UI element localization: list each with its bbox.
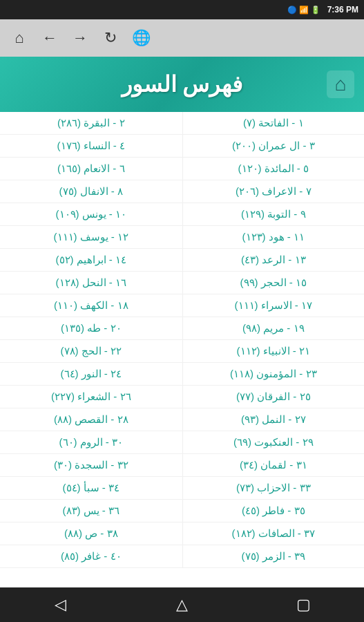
surah-item[interactable]: ١٢ - يوسف (١١١) bbox=[0, 226, 182, 249]
surah-grid: ١ - الفاتحة (٧)٢ - البقرة (٢٨٦)٣ - ال عم… bbox=[0, 112, 364, 568]
surah-item[interactable]: ٣٠ - الروم (٦٠) bbox=[0, 431, 182, 454]
surah-item[interactable]: ٥ - المائدة (١٢٠) bbox=[182, 158, 365, 180]
surah-item[interactable]: ٣٩ - الزمر (٧٥) bbox=[182, 545, 365, 568]
back-nav-button[interactable]: ← bbox=[37, 26, 62, 50]
bottom-nav: ◁ △ ▢ bbox=[0, 587, 364, 622]
surah-item[interactable]: ١٥ - الحجر (٩٩) bbox=[182, 272, 365, 294]
surah-item[interactable]: ٢٠ - طه (١٣٥) bbox=[0, 317, 182, 340]
surah-item[interactable]: ١٧ - الاسراء (١١١) bbox=[182, 294, 365, 317]
surah-item[interactable]: ١٤ - ابراهيم (٥٢) bbox=[0, 249, 182, 272]
surah-item[interactable]: ٣٨ - ص (٨٨) bbox=[0, 522, 182, 545]
notification-icons: 🔵 📶 🔋 bbox=[287, 6, 320, 15]
surah-item[interactable]: ٢٩ - العنكبوت (٦٩) bbox=[182, 431, 365, 454]
surah-item[interactable]: ٤ - النساء (١٧٦) bbox=[0, 135, 182, 158]
page-title: فهرس السور bbox=[122, 71, 243, 97]
back-button[interactable]: ◁ bbox=[40, 591, 82, 619]
surah-item[interactable]: ١ - الفاتحة (٧) bbox=[182, 112, 365, 135]
surah-item[interactable]: ٣٧ - الصافات (١٨٢) bbox=[182, 522, 365, 545]
surah-item[interactable]: ٦ - الانعام (١٦٥) bbox=[0, 158, 182, 180]
surah-item[interactable]: ٢٣ - المؤمنون (١١٨) bbox=[182, 363, 365, 386]
refresh-nav-button[interactable]: ↻ bbox=[98, 26, 123, 50]
surah-item[interactable]: ٢٢ - الحج (٧٨) bbox=[0, 340, 182, 363]
surah-item[interactable]: ٢٤ - النور (٦٤) bbox=[0, 363, 182, 386]
surah-item[interactable]: ٢٥ - الفرقان (٧٧) bbox=[182, 386, 365, 408]
status-time: 7:36 PM bbox=[327, 5, 358, 15]
header-banner: فهرس السور ⌂ bbox=[0, 57, 364, 112]
surah-item[interactable]: ٢٨ - القصص (٨٨) bbox=[0, 408, 182, 431]
surah-item[interactable]: ٣ - ال عمران (٢٠٠) bbox=[182, 135, 365, 158]
surah-item[interactable]: ٢٦ - الشعراء (٢٢٧) bbox=[0, 386, 182, 408]
surah-item[interactable]: ١١ - هود (١٢٣) bbox=[182, 226, 365, 249]
surah-item[interactable]: ٣١ - لقمان (٣٤) bbox=[182, 454, 365, 477]
surah-item[interactable]: ٤٠ - غافر (٨٥) bbox=[0, 545, 182, 568]
surah-item[interactable]: ٢٧ - النمل (٩٣) bbox=[182, 408, 365, 431]
surah-item[interactable]: ٧ - الاعراف (٢٠٦) bbox=[182, 180, 365, 203]
surah-item[interactable]: ٣٥ - فاطر (٤٥) bbox=[182, 500, 365, 522]
surah-item[interactable]: ٣٣ - الاحزاب (٧٣) bbox=[182, 477, 365, 500]
surah-item[interactable]: ١٩ - مريم (٩٨) bbox=[182, 317, 365, 340]
recent-button[interactable]: ▢ bbox=[282, 591, 324, 619]
surah-item[interactable]: ٢ - البقرة (٢٨٦) bbox=[0, 112, 182, 135]
forward-nav-button[interactable]: → bbox=[68, 26, 93, 50]
status-icons: 🔵 📶 🔋 7:36 PM bbox=[287, 5, 358, 15]
surah-item[interactable]: ٢١ - الانبياء (١١٢) bbox=[182, 340, 365, 363]
surah-item[interactable]: ٨ - الانفال (٧٥) bbox=[0, 180, 182, 203]
surah-item[interactable]: ١٠ - يونس (١٠٩) bbox=[0, 203, 182, 226]
home-button[interactable]: △ bbox=[161, 591, 202, 619]
surah-item[interactable]: ١٣ - الرعد (٤٣) bbox=[182, 249, 365, 272]
surah-item[interactable]: ٣٤ - سبأ (٥٤) bbox=[0, 477, 182, 500]
nav-bar: ⌂ ← → ↻ 🌐 bbox=[0, 19, 364, 57]
surah-item[interactable]: ١٦ - النحل (١٢٨) bbox=[0, 272, 182, 294]
globe-nav-button[interactable]: 🌐 bbox=[128, 26, 153, 50]
status-bar: 🔵 📶 🔋 7:36 PM bbox=[0, 0, 364, 19]
surah-item[interactable]: ٩ - التوبة (١٢٩) bbox=[182, 203, 365, 226]
header-home-icon[interactable]: ⌂ bbox=[327, 70, 354, 98]
surah-item[interactable]: ١٨ - الكهف (١١٠) bbox=[0, 294, 182, 317]
home-nav-button[interactable]: ⌂ bbox=[7, 26, 32, 50]
content-area: ١ - الفاتحة (٧)٢ - البقرة (٢٨٦)٣ - ال عم… bbox=[0, 112, 364, 587]
surah-item[interactable]: ٣٦ - يس (٨٣) bbox=[0, 500, 182, 522]
surah-item[interactable]: ٣٢ - السجدة (٣٠) bbox=[0, 454, 182, 477]
